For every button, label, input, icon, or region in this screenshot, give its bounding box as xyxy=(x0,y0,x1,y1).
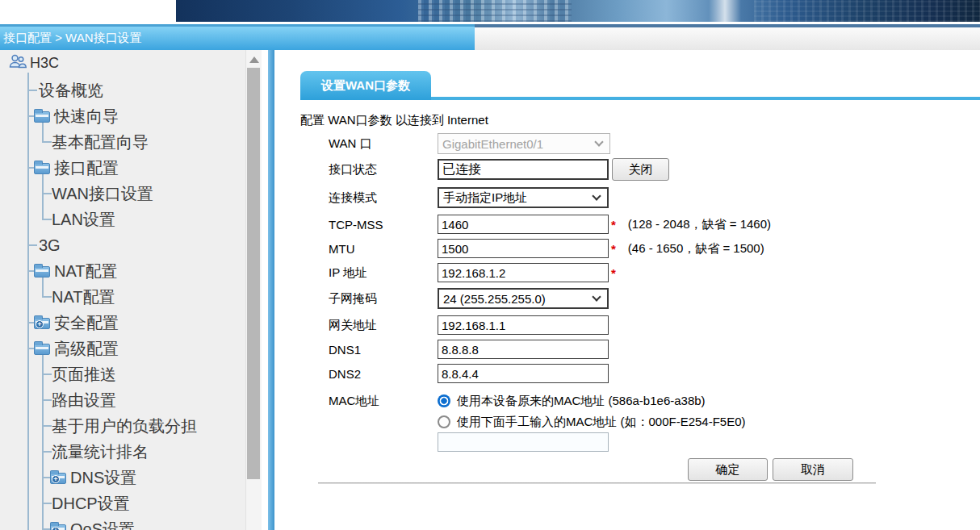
sidebar-item-user-load-balancing[interactable]: 基于用户的负载分担 xyxy=(0,413,244,439)
sidebar-item-route-settings[interactable]: 路由设置 xyxy=(0,387,244,413)
folder-plus-icon: + xyxy=(50,473,66,484)
sidebar-item-dns-settings[interactable]: + DNS设置 xyxy=(0,465,244,490)
sidebar-divider xyxy=(268,50,274,530)
mtu-input[interactable] xyxy=(438,239,609,258)
subnet-mask-select[interactable]: 24 (255.255.255.0) xyxy=(438,288,609,309)
h3c-router-config-page: 接口配置 > WAN接口设置 H3C 设备概览 xyxy=(0,0,980,530)
tab-wan-settings[interactable]: 设置WAN口参数 xyxy=(300,71,431,100)
sidebar-item-qos-settings[interactable]: + QoS设置 xyxy=(0,516,244,530)
sidebar-item-3g[interactable]: 3G xyxy=(0,232,244,258)
sidebar-item-traffic-ranking[interactable]: 流量统计排名 xyxy=(0,439,244,465)
folder-icon xyxy=(34,111,50,123)
interface-status-input[interactable] xyxy=(438,159,609,180)
connection-mode-select[interactable]: 手动指定IP地址 xyxy=(438,187,609,208)
horizontal-divider xyxy=(318,482,876,484)
manual-mac-input[interactable] xyxy=(438,432,609,452)
breadcrumb-bar-right xyxy=(475,24,980,50)
dns1-label: DNS1 xyxy=(329,343,438,357)
mac-original-option-label: 使用本设备原来的MAC地址 (586a-b1e6-a38b) xyxy=(457,394,706,409)
folder-plus-icon: + xyxy=(34,318,50,329)
sidebar-item-quick-wizard[interactable]: 快速向导 xyxy=(0,103,244,129)
tcp-mss-hint: (128 - 2048，缺省 = 1460) xyxy=(628,217,771,232)
dns2-label: DNS2 xyxy=(329,367,438,381)
tcp-mss-label: TCP-MSS xyxy=(329,218,438,232)
close-button[interactable]: 关闭 xyxy=(612,158,669,181)
main-content: 设置WAN口参数 配置 WAN口参数 以连接到 Internet WAN 口 G… xyxy=(274,50,980,530)
sidebar-nav-tree: H3C 设备概览 快速向导 基本配置向导 接口配置 WAN接口设置 LAN设置 … xyxy=(0,50,274,530)
sidebar-item-root-h3c[interactable]: H3C xyxy=(0,52,242,74)
subnet-mask-label: 子网掩码 xyxy=(329,291,438,307)
banner-light-band xyxy=(709,0,741,22)
sidebar-item-nat-config[interactable]: NAT配置 xyxy=(0,258,244,284)
folder-plus-icon: + xyxy=(50,524,66,530)
chevron-down-icon xyxy=(592,191,601,200)
dns2-input[interactable] xyxy=(438,364,609,383)
interface-status-label: 接口状态 xyxy=(329,162,438,177)
sidebar-scrollbar-thumb[interactable] xyxy=(247,68,260,479)
connection-mode-label: 连接模式 xyxy=(329,190,438,206)
sidebar-item-security-config[interactable]: + 安全配置 xyxy=(0,310,244,336)
sidebar-root-label: H3C xyxy=(30,55,59,72)
sidebar-item-advanced-config[interactable]: 高级配置 xyxy=(0,336,244,361)
required-asterisk: * xyxy=(611,266,616,280)
radio-use-manual-mac[interactable] xyxy=(438,415,450,428)
breadcrumb-bar: 接口配置 > WAN接口设置 xyxy=(0,24,475,50)
sidebar-item-device-overview[interactable]: 设备概览 xyxy=(0,77,244,103)
wan-port-label: WAN 口 xyxy=(329,136,438,152)
sidebar-item-interface-config[interactable]: 接口配置 xyxy=(0,155,244,181)
tcp-mss-input[interactable] xyxy=(438,215,609,234)
folder-icon xyxy=(34,344,50,355)
sidebar-item-dhcp-settings[interactable]: DHCP设置 xyxy=(0,490,244,516)
chevron-down-icon xyxy=(592,292,601,301)
scroll-up-arrow-icon[interactable] xyxy=(249,56,259,63)
sidebar-item-page-push[interactable]: 页面推送 xyxy=(0,361,244,387)
wan-port-select: GigabitEthernet0/1 xyxy=(438,133,610,154)
mtu-hint: (46 - 1650，缺省 = 1500) xyxy=(628,241,764,257)
folder-icon xyxy=(34,266,50,278)
radio-use-original-mac[interactable] xyxy=(438,394,450,407)
sidebar-item-lan-settings[interactable]: LAN设置 xyxy=(0,207,244,232)
mtu-label: MTU xyxy=(329,242,438,256)
cancel-button[interactable]: 取消 xyxy=(773,458,853,481)
chevron-down-icon xyxy=(594,137,603,146)
ok-button[interactable]: 确定 xyxy=(688,458,768,481)
required-asterisk: * xyxy=(611,242,616,256)
ip-address-label: IP 地址 xyxy=(329,265,438,281)
breadcrumb: 接口配置 > WAN接口设置 xyxy=(3,31,142,44)
banner-image xyxy=(176,0,980,22)
intro-text: 配置 WAN口参数 以连接到 Internet xyxy=(300,113,488,128)
sidebar-item-basic-config-wizard[interactable]: 基本配置向导 xyxy=(0,129,244,155)
folder-icon xyxy=(34,163,50,174)
sidebar-gap xyxy=(262,50,268,530)
mac-manual-option-label: 使用下面手工输入的MAC地址 (如：000F-E254-F5E0) xyxy=(457,415,746,430)
banner-building-windows xyxy=(418,0,572,22)
sidebar-item-nat-config-child[interactable]: NAT配置 xyxy=(0,284,244,310)
required-asterisk: * xyxy=(611,218,616,232)
user-group-icon xyxy=(8,53,27,73)
gateway-label: 网关地址 xyxy=(329,318,438,333)
ip-address-input[interactable] xyxy=(438,263,609,282)
dns1-input[interactable] xyxy=(438,340,609,359)
sidebar-item-wan-interface-settings[interactable]: WAN接口设置 xyxy=(0,181,244,207)
mac-address-label: MAC地址 xyxy=(329,394,438,409)
wan-settings-form: WAN 口 GigabitEthernet0/1 接口状态 关闭 连接模式 手动… xyxy=(329,134,876,481)
gateway-input[interactable] xyxy=(438,315,609,335)
banner-building-windows-right xyxy=(754,0,980,22)
